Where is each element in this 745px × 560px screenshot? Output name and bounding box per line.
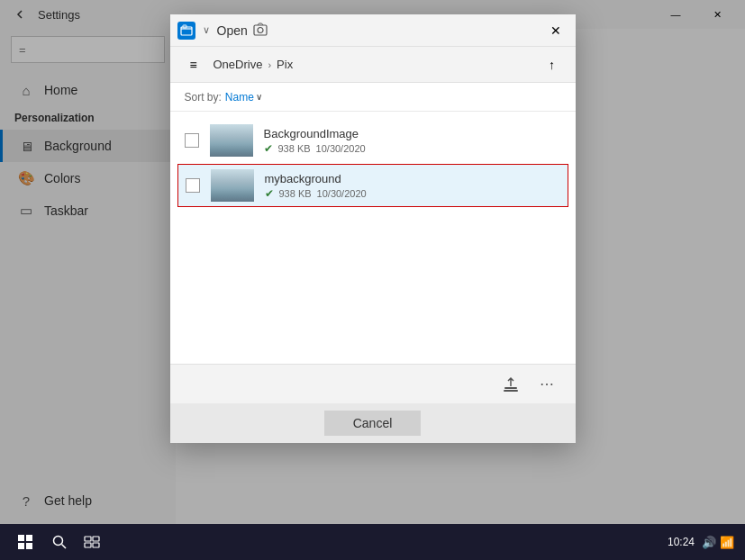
taskbar-search[interactable]	[47, 529, 72, 555]
dialog-chevron: ∨	[203, 24, 210, 36]
svg-rect-13	[85, 543, 91, 547]
settings-window: Settings — ✕ ⌂ Home Personalization 🖥 Ba…	[0, 0, 745, 560]
thumbnail-image-1	[210, 124, 253, 157]
file-info-1: BackgroundImage ✔ 938 KB 10/30/2020	[264, 127, 561, 155]
up-button[interactable]: ↑	[540, 52, 565, 77]
ellipsis-button[interactable]: ⋯	[532, 370, 561, 399]
clock-time: 10:24	[668, 536, 695, 548]
file-thumbnail-2	[211, 169, 254, 202]
file-status-icon-2: ✔	[265, 187, 274, 200]
svg-rect-14	[93, 543, 99, 547]
file-thumbnail-1	[210, 124, 253, 157]
file-date-2: 10/30/2020	[317, 188, 367, 199]
svg-point-10	[54, 537, 63, 546]
breadcrumb-separator: ›	[268, 59, 271, 70]
dialog-title-bar: ∨ Open ✕	[170, 14, 576, 47]
file-checkbox-1[interactable]	[185, 133, 199, 148]
taskbar: 10:24 🔊 📶	[0, 524, 745, 560]
volume-icon[interactable]: 🔊	[702, 536, 716, 549]
network-icon[interactable]: 📶	[720, 536, 734, 549]
sort-bar: Sort by: Name ∨	[170, 83, 576, 112]
sort-by-label: Sort by:	[185, 91, 222, 104]
dialog-app-icon	[177, 22, 195, 40]
svg-point-3	[258, 27, 263, 32]
breadcrumb-parent[interactable]: OneDrive	[214, 58, 263, 71]
file-name-2: mybackground	[265, 172, 560, 185]
task-view-button[interactable]	[79, 529, 104, 555]
dialog-close-button[interactable]: ✕	[543, 18, 568, 43]
file-date-1: 10/30/2020	[316, 143, 366, 154]
svg-rect-4	[504, 387, 517, 389]
file-checkbox-2[interactable]	[186, 178, 200, 193]
svg-rect-6	[18, 535, 24, 541]
file-size-1: 938 KB	[278, 143, 311, 154]
cancel-button[interactable]: Cancel	[324, 411, 422, 436]
svg-rect-9	[26, 543, 32, 549]
system-tray: 🔊 📶	[702, 536, 734, 549]
hamburger-button[interactable]: ≡	[181, 52, 206, 77]
open-dialog: ∨ Open ✕ ≡ OneDrive › Pix	[170, 14, 576, 443]
svg-rect-8	[18, 543, 24, 549]
sort-chevron-icon[interactable]: ∨	[256, 92, 262, 102]
file-status-icon-1: ✔	[264, 142, 273, 155]
svg-rect-5	[504, 390, 518, 392]
file-item-2[interactable]: mybackground ✔ 938 KB 10/30/2020	[177, 164, 568, 207]
sort-value[interactable]: Name	[225, 91, 254, 104]
taskbar-clock: 10:24	[668, 536, 695, 548]
file-name-1: BackgroundImage	[264, 127, 561, 140]
dialog-footer: Cancel	[170, 403, 576, 443]
file-item-1[interactable]: BackgroundImage ✔ 938 KB 10/30/2020	[170, 119, 576, 162]
dialog-toolbar: ⋯	[170, 364, 576, 403]
start-button[interactable]	[11, 528, 40, 556]
file-meta-1: ✔ 938 KB 10/30/2020	[264, 142, 561, 155]
svg-rect-7	[26, 535, 32, 541]
breadcrumb-child[interactable]: Pix	[277, 58, 293, 71]
breadcrumb: OneDrive › Pix	[214, 58, 294, 71]
svg-rect-12	[93, 537, 99, 541]
file-size-2: 938 KB	[279, 188, 312, 199]
dialog-title: Open	[217, 23, 248, 38]
file-info-2: mybackground ✔ 938 KB 10/30/2020	[265, 172, 560, 200]
screenshot-button[interactable]	[248, 18, 273, 43]
svg-rect-2	[254, 25, 267, 35]
thumbnail-image-2	[211, 169, 254, 202]
file-meta-2: ✔ 938 KB 10/30/2020	[265, 187, 560, 200]
file-list: BackgroundImage ✔ 938 KB 10/30/2020	[170, 112, 576, 364]
upload-icon-button[interactable]	[496, 370, 525, 399]
dialog-nav: ≡ OneDrive › Pix ↑	[170, 47, 576, 83]
svg-rect-11	[85, 537, 91, 541]
dialog-overlay: ∨ Open ✕ ≡ OneDrive › Pix	[0, 0, 745, 560]
